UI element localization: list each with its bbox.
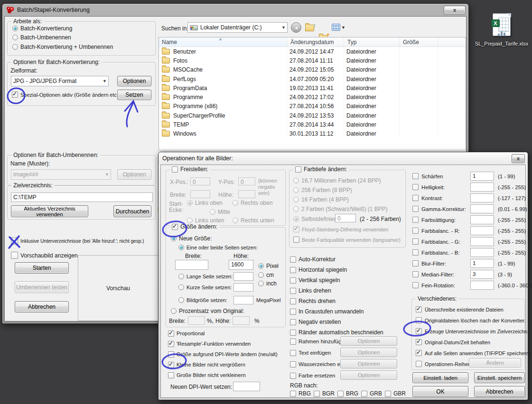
adjustment-input[interactable]: [470, 215, 494, 224]
operation-checkbox[interactable]: [290, 350, 296, 356]
dialog-cancel-button[interactable]: Abbrechen: [474, 386, 525, 397]
dpi-resize-row[interactable]: Größe aufgrund DPI-Werte ändern (neu/alt…: [168, 349, 287, 359]
misc-option-checkbox[interactable]: [416, 328, 422, 334]
rgb-brg[interactable]: BRG: [337, 390, 361, 397]
show-preview-checkbox[interactable]: [11, 252, 18, 259]
operations-titlebar[interactable]: Operationen für alle Bilder: x: [159, 152, 528, 165]
column-header-date[interactable]: Änderungsdatum: [287, 37, 344, 46]
file-row[interactable]: Benutzer 24.09.2012 14:47 Dateiordner: [159, 47, 466, 56]
adjustment-input[interactable]: [470, 204, 494, 213]
operation-row[interactable]: Negativ erstellen: [290, 317, 407, 327]
target-format-combo[interactable]: JPG - JPG/JPEG Format ▼: [11, 76, 109, 86]
special-options-checkbox[interactable]: [12, 92, 18, 98]
adjustment-row[interactable]: Farbsättigung: (-255 - 255): [411, 214, 525, 225]
operation-row[interactable]: Vertikal spiegeln: [290, 275, 407, 285]
crop-checkbox[interactable]: [172, 166, 178, 173]
use-current-directory-button[interactable]: Aktuelles Verzeichnis verwenden: [11, 205, 88, 217]
look-in-combo[interactable]: Lokaler Datenträger (C:) ▼: [187, 22, 288, 33]
adjustment-checkbox[interactable]: [412, 239, 419, 245]
adjustment-checkbox[interactable]: [412, 282, 419, 288]
adjustment-input[interactable]: [470, 248, 494, 257]
set-button[interactable]: Setzen: [117, 90, 151, 100]
operation-checkbox[interactable]: [290, 309, 296, 315]
proportional-row[interactable]: Proportional: [168, 328, 287, 339]
work-mode-radio[interactable]: [12, 44, 18, 50]
adjustment-input[interactable]: [470, 237, 494, 246]
long-side-input[interactable]: [233, 272, 253, 281]
misc-option-row[interactable]: Originaldateien löschen nach der Konvert…: [416, 315, 523, 326]
misc-option-row[interactable]: Erzeuge Unterverzeichnisse im Zielverzei…: [416, 326, 523, 337]
operation-checkbox[interactable]: [290, 298, 296, 304]
misc-option-checkbox[interactable]: [416, 339, 422, 345]
operation-checkbox[interactable]: [290, 339, 296, 345]
operation-checkbox[interactable]: [290, 277, 296, 284]
operation-checkbox[interactable]: [290, 288, 296, 294]
image-size-input[interactable]: [233, 296, 253, 304]
include-subdirs-checkbox[interactable]: [11, 238, 18, 245]
unit-pixel-option[interactable]: Pixel: [258, 263, 279, 269]
include-subdirs-row[interactable]: Inklusive Unterverzeichnisse (bei 'Alle …: [11, 238, 144, 245]
unit-inch-option[interactable]: inch: [258, 280, 277, 287]
operation-checkbox[interactable]: [290, 267, 296, 273]
resize-width-input[interactable]: [175, 260, 208, 270]
adjustment-row[interactable]: Blur-Filter: 1 (1 - 99): [411, 258, 525, 269]
work-mode-radio[interactable]: [12, 26, 18, 31]
adjustment-input[interactable]: [470, 183, 494, 192]
misc-option-row[interactable]: Original-Datum/Zeit behalten: [416, 337, 523, 348]
special-options-row[interactable]: Spezial-Optionen aktiv (Größe ändern etc…: [12, 92, 120, 98]
resize-checkbox[interactable]: [172, 224, 178, 230]
no-shrink-checkbox[interactable]: [168, 372, 174, 378]
adjustment-input[interactable]: 1: [470, 259, 494, 268]
operation-checkbox[interactable]: [290, 257, 296, 263]
new-dpi-input[interactable]: [233, 382, 260, 391]
operation-row[interactable]: Auto-Korrektur: [290, 254, 407, 265]
file-row[interactable]: MSOCache 24.09.2012 15:05 Dateiordner: [159, 65, 466, 74]
adjustment-checkbox[interactable]: [412, 173, 419, 179]
save-settings-button[interactable]: Einstell. speichern: [474, 372, 525, 383]
short-side-option[interactable]: Kurze Seite setzen:: [178, 285, 232, 290]
operation-row[interactable]: Rechts drehen: [290, 296, 407, 306]
adjustment-checkbox[interactable]: [412, 217, 419, 223]
resample-checkbox[interactable]: [168, 341, 174, 347]
misc-option-row[interactable]: Überschreibe existierende Dateien: [416, 304, 523, 315]
adjustment-checkbox[interactable]: [412, 271, 419, 277]
operation-with-options-row[interactable]: Farbe ersetzen Optionen: [290, 370, 407, 381]
target-directory-input[interactable]: C:\TEMP: [11, 193, 153, 202]
adjustment-input[interactable]: [470, 281, 494, 290]
operation-checkbox[interactable]: [290, 361, 296, 367]
misc-option-checkbox[interactable]: [416, 306, 422, 312]
adjustment-input[interactable]: 3: [470, 270, 494, 279]
cancel-button[interactable]: Abbrechen: [15, 301, 69, 312]
ok-button[interactable]: OK: [412, 386, 468, 397]
adjustment-checkbox[interactable]: [412, 249, 419, 256]
resize-height-input[interactable]: 1600: [229, 260, 253, 270]
work-mode-option[interactable]: Batch-Umbenennen: [12, 33, 152, 43]
long-side-option[interactable]: Lange Seite setzen:: [178, 274, 233, 279]
file-row[interactable]: TEMP 27.08.2014 13:44 Dateiordner: [159, 120, 466, 129]
no-enlarge-row[interactable]: Kleine Bilder nicht vergrößern: [168, 359, 287, 370]
batch-window-titlebar[interactable]: Batch/Stapel-Konvertierung x: [2, 4, 468, 16]
operation-checkbox[interactable]: [290, 319, 296, 325]
adjustment-row[interactable]: Gamma-Korrektur: (0.01 - 6.99): [411, 203, 525, 214]
adjustment-input[interactable]: [470, 226, 494, 235]
load-settings-button[interactable]: Einstell. laden: [412, 372, 468, 383]
adjustment-input[interactable]: 1: [470, 172, 494, 181]
unit-cm-option[interactable]: cm: [258, 272, 274, 278]
column-header-name[interactable]: Name ▲: [159, 37, 287, 46]
best-quality-checkbox[interactable]: [293, 237, 299, 243]
operation-with-options-row[interactable]: Wasserzeichen einf. Optionen: [290, 358, 407, 370]
misc-option-checkbox[interactable]: [416, 350, 422, 356]
misc-option-checkbox[interactable]: [416, 361, 422, 367]
operation-with-options-row[interactable]: Text einfügen Optionen: [290, 347, 407, 358]
adjustment-row[interactable]: Kontrast: (-127 - 127): [411, 193, 525, 203]
file-row[interactable]: Windows 30.01.2013 11:12 Dateiordner: [159, 129, 466, 138]
adjustment-row[interactable]: Farbbalanc. - G: (-255 - 255): [411, 236, 525, 247]
file-row[interactable]: Fotos 27.08.2014 11:11 Dateiordner: [159, 56, 466, 65]
show-preview-row[interactable]: Vorschaubild anzeigen: [11, 252, 78, 259]
operation-row[interactable]: Horizontal spiegeln: [290, 265, 407, 275]
operation-row[interactable]: In Graustufen umwandeln: [290, 306, 407, 317]
desktop-file-icon[interactable]: X SL_Prepaid_Tarife.xlsx: [472, 13, 531, 46]
up-one-level-button[interactable]: ↑: [305, 22, 316, 33]
start-button[interactable]: Starten: [15, 262, 69, 274]
color-depth-legend-row[interactable]: Farbtiefe ändern:: [293, 166, 349, 173]
